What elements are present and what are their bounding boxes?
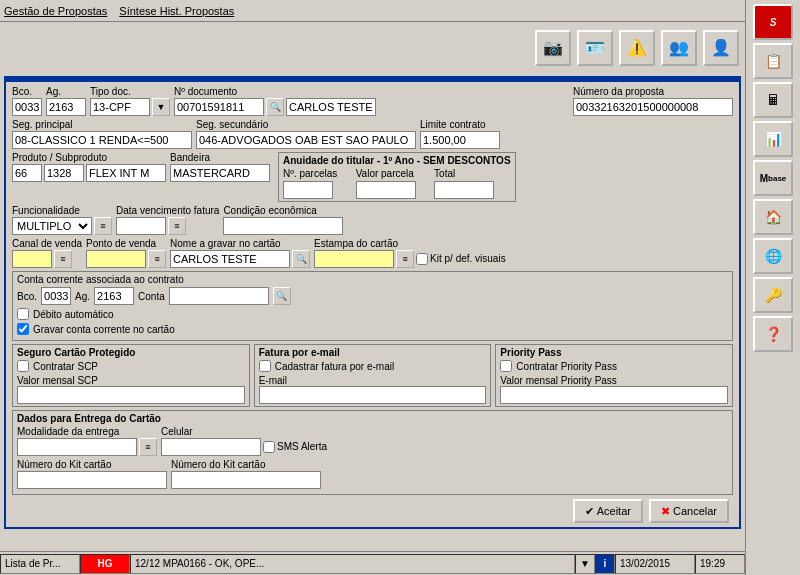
sidebar-btn-1[interactable]: S [753,4,793,40]
segsec-input[interactable] [196,131,416,149]
conta-search-btn[interactable]: 🔍 [273,287,291,305]
sidebar-btn-9[interactable]: ❓ [753,316,793,352]
fatura-title: Fatura por e-mail [259,347,487,358]
camera-icon[interactable]: 📷 [535,30,571,66]
people-icon[interactable]: 👥 [661,30,697,66]
estampa-input[interactable] [314,250,394,268]
canal-btn[interactable]: ≡ [54,250,72,268]
group-segsec: Seg. secundário [196,119,416,149]
func-btn[interactable]: ≡ [94,217,112,235]
vparcela-input[interactable] [356,181,416,199]
sidebar-btn-8[interactable]: 🔑 [753,277,793,313]
email-input[interactable] [259,386,487,404]
nrkit2-input[interactable] [171,471,321,489]
conta-bco-input[interactable] [41,287,71,305]
warning-icon[interactable]: ⚠️ [619,30,655,66]
conta-ag-input[interactable] [94,287,134,305]
tipodoc-dropdown[interactable]: ▼ [152,98,170,116]
proposta-label: Número da proposta [573,86,733,97]
status-lista[interactable]: Lista de Pr... [0,554,80,574]
bandeira-input[interactable] [170,164,270,182]
menu-gestao[interactable]: Gestão de Propostas [4,5,107,17]
seguro-section: Seguro Cartão Protegido Contratar SCP Va… [12,344,250,407]
status-dropdown[interactable]: ▼ [575,554,595,574]
nrdoc-search[interactable]: 🔍 [266,98,284,116]
row-5: Canal de venda ≡ Ponto de venda ≡ Nome a… [12,238,733,268]
group-tipodoc: Tipo doc. ▼ [90,86,170,116]
kit-checkbox[interactable] [416,253,428,265]
cancelar-x-icon: ✖ [661,505,670,518]
sidebar-btn-4[interactable]: 📊 [753,121,793,157]
segprinc-input[interactable] [12,131,192,149]
group-canal: Canal de venda ≡ [12,238,82,268]
datavenc-input[interactable] [116,217,166,235]
menu-sintese[interactable]: Síntese Hist. Propostas [119,5,234,17]
nomecartao-search[interactable]: 🔍 [292,250,310,268]
nrdoc-input[interactable] [174,98,264,116]
priority-section: Priority Pass Contratar Priority Pass Va… [495,344,733,407]
cancelar-button[interactable]: ✖ Cancelar [649,499,729,523]
debito-checkbox[interactable] [17,308,29,320]
tipodoc-input[interactable] [90,98,150,116]
group-modalidade: Modalidade da entrega ≡ [17,426,157,456]
conta-conta-input[interactable] [169,287,269,305]
group-produto: Produto / Subproduto [12,152,166,182]
aceitar-button[interactable]: ✔ Aceitar [573,499,643,523]
sidebar-btn-6[interactable]: 🏠 [753,199,793,235]
id-icon[interactable]: 🪪 [577,30,613,66]
anuidade-title: Anuidade do titular - 1º Ano - SEM DESCO… [283,155,511,166]
subproduto-input[interactable] [44,164,84,182]
func-select[interactable]: MULTIPLO [12,217,92,235]
group-ag: Ag. 2163 [46,86,86,116]
sidebar-btn-5[interactable]: Mbase [753,160,793,196]
nome-input[interactable] [286,98,376,116]
contratar-scp-checkbox[interactable] [17,360,29,372]
anuidade-grid: Nº. parcelas Valor parcela Total [283,168,511,199]
sms-checkbox[interactable] [263,441,275,453]
ponto-input[interactable] [86,250,146,268]
bco-input[interactable]: 0033 [12,98,42,116]
group-func: Funcionalidade MULTIPLO ≡ [12,205,112,235]
top-menu-bar: Gestão de Propostas Síntese Hist. Propos… [0,0,800,22]
contratar-pp-checkbox[interactable] [500,360,512,372]
segsec-label: Seg. secundário [196,119,416,130]
group-segprinc: Seg. principal [12,119,192,149]
menu-items: Gestão de Propostas Síntese Hist. Propos… [4,5,234,17]
estampa-btn[interactable]: ≡ [396,250,414,268]
sidebar-btn-3[interactable]: 🖩 [753,82,793,118]
status-info[interactable]: i [595,554,615,574]
limite-label: Limite contrato [420,119,500,130]
sidebar-btn-2[interactable]: 📋 [753,43,793,79]
flex-int-input[interactable] [86,164,166,182]
contratar-scp-label: Contratar SCP [33,361,98,372]
produto-input[interactable] [12,164,42,182]
canal-input[interactable] [12,250,52,268]
group-ponto: Ponto de venda ≡ [86,238,166,268]
valor-pp-input[interactable] [500,386,728,404]
celular-input[interactable] [161,438,261,456]
cadastrar-fatura-checkbox[interactable] [259,360,271,372]
func-label: Funcionalidade [12,205,112,216]
delivery-title: Dados para Entrega do Cartão [17,413,728,424]
ponto-btn[interactable]: ≡ [148,250,166,268]
priority-title: Priority Pass [500,347,728,358]
sidebar-btn-7[interactable]: 🌐 [753,238,793,274]
ag-input[interactable]: 2163 [46,98,86,116]
nrkit1-input[interactable] [17,471,167,489]
condicao-input[interactable] [223,217,343,235]
proposta-input[interactable] [573,98,733,116]
gravar-checkbox[interactable] [17,323,29,335]
person-icon[interactable]: 👤 [703,30,739,66]
modalidade-input[interactable] [17,438,137,456]
valor-scp-input[interactable] [17,386,245,404]
total-input[interactable] [434,181,494,199]
nomecartao-input[interactable] [170,250,290,268]
datavenc-btn[interactable]: ≡ [168,217,186,235]
modalidade-btn[interactable]: ≡ [139,438,157,456]
conta-bco-label: Bco. [17,291,37,302]
ponto-label: Ponto de venda [86,238,166,249]
limite-input[interactable] [420,131,500,149]
vparcela-label: Valor parcela [356,168,432,179]
row-1: Bco. 0033 Ag. 2163 Tipo doc. ▼ Nº docume… [12,86,733,116]
nparcelas-input[interactable] [283,181,333,199]
